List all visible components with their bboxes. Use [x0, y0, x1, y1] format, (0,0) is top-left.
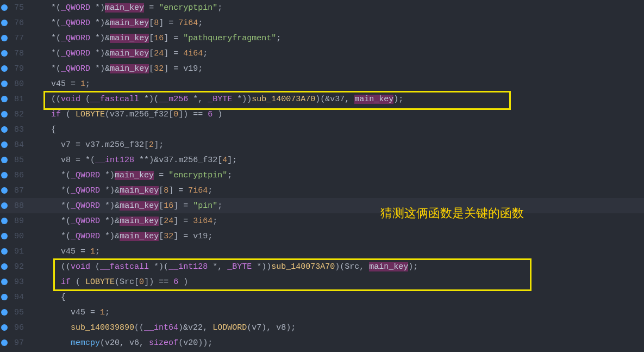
code-line[interactable]: 87 *(_QWORD *)&main_key[8] = 7i64;	[0, 183, 644, 198]
gutter-line-number[interactable]: 81	[0, 95, 32, 104]
gutter-line-number[interactable]: 92	[0, 262, 32, 271]
token-punc: ))	[261, 262, 271, 271]
gutter-line-number[interactable]: 76	[0, 18, 32, 28]
code-line[interactable]: 88 *(_QWORD *)&main_key[16] = "pin";	[0, 198, 644, 213]
code-content[interactable]: sub_140039890((__int64)&v22, LODWORD(v7)…	[32, 323, 296, 332]
breakpoint-icon[interactable]	[1, 111, 8, 118]
code-content[interactable]: *(_QWORD *)&main_key[24] = 3i64;	[32, 217, 217, 226]
code-content[interactable]: *(_QWORD *)main_key = "encryptpin";	[32, 3, 222, 13]
code-editor[interactable]: 75 *(_QWORD *)main_key = "encryptpin";76…	[0, 0, 644, 350]
breakpoint-icon[interactable]	[1, 172, 8, 178]
breakpoint-icon[interactable]	[1, 339, 8, 346]
code-content[interactable]: *(_QWORD *)&main_key[16] = "pin";	[32, 201, 222, 211]
token-punc	[252, 262, 257, 271]
code-line[interactable]: 90 *(_QWORD *)&main_key[32] = v19;	[0, 229, 644, 244]
gutter-line-number[interactable]: 83	[0, 125, 32, 134]
breakpoint-icon[interactable]	[1, 218, 8, 224]
gutter-line-number[interactable]: 93	[0, 277, 32, 287]
breakpoint-icon[interactable]	[1, 141, 8, 148]
code-line[interactable]: 76 *(_QWORD *)&main_key[8] = 7i64;	[0, 15, 644, 30]
code-content[interactable]: ((void (__fastcall *)(__int128 *, _BYTE …	[32, 262, 418, 271]
code-content[interactable]: *(_QWORD *)&main_key[32] = v19;	[32, 64, 203, 73]
breakpoint-icon[interactable]	[1, 157, 8, 163]
code-line[interactable]: 93 if ( LOBYTE(Src[0]) == 6 )	[0, 274, 644, 289]
gutter-line-number[interactable]: 89	[0, 217, 32, 226]
gutter-line-number[interactable]: 94	[0, 293, 32, 302]
code-line[interactable]: 75 *(_QWORD *)main_key = "encryptpin";	[0, 0, 644, 15]
code-line[interactable]: 95 v45 = 1;	[0, 305, 644, 320]
code-line[interactable]: 91 v45 = 1;	[0, 244, 644, 259]
code-line[interactable]: 94 {	[0, 289, 644, 305]
breakpoint-icon[interactable]	[1, 50, 8, 57]
code-line[interactable]: 78 *(_QWORD *)&main_key[24] = 4i64;	[0, 46, 644, 61]
code-line[interactable]: 86 *(_QWORD *)main_key = "encryptpin";	[0, 168, 644, 183]
gutter-line-number[interactable]: 95	[0, 308, 32, 317]
token-hl1: main_key	[110, 18, 149, 28]
token-var: v22	[188, 323, 203, 332]
breakpoint-icon[interactable]	[1, 35, 8, 41]
gutter-line-number[interactable]: 78	[0, 49, 32, 58]
breakpoint-icon[interactable]	[1, 65, 8, 72]
gutter-line-number[interactable]: 80	[0, 79, 32, 89]
breakpoint-icon[interactable]	[1, 294, 8, 300]
code-line[interactable]: 92 ((void (__fastcall *)(__int128 *, _BY…	[0, 259, 644, 274]
code-line[interactable]: 84 v7 = v37.m256_f32[2];	[0, 137, 644, 152]
code-content[interactable]: {	[32, 125, 56, 134]
code-content[interactable]: v45 = 1;	[32, 308, 110, 317]
code-content[interactable]: *(_QWORD *)&main_key[8] = 7i64;	[32, 18, 203, 28]
code-content[interactable]: memcpy(v20, v6, sizeof(v20));	[32, 338, 212, 348]
code-content[interactable]: v7 = v37.m256_f32[2];	[32, 140, 164, 150]
code-line[interactable]: 77 *(_QWORD *)&main_key[16] = "pathquery…	[0, 30, 644, 46]
code-line[interactable]: 85 v8 = *(__int128 **)&v37.m256_f32[4];	[0, 152, 644, 168]
breakpoint-icon[interactable]	[1, 187, 8, 194]
breakpoint-icon[interactable]	[1, 233, 8, 239]
code-content[interactable]: if ( LOBYTE(v37.m256_f32[0]) == 6 )	[32, 110, 222, 119]
token-op: *	[61, 217, 66, 226]
breakpoint-icon[interactable]	[1, 309, 8, 316]
code-content[interactable]: ((void (__fastcall *)(__m256 *, _BYTE *)…	[32, 95, 403, 104]
breakpoint-icon[interactable]	[1, 202, 8, 209]
breakpoint-icon[interactable]	[1, 324, 8, 331]
breakpoint-icon[interactable]	[1, 81, 8, 87]
code-content[interactable]: *(_QWORD *)&main_key[16] = "pathqueryfra…	[32, 34, 281, 43]
code-line[interactable]: 82 if ( LOBYTE(v37.m256_f32[0]) == 6 )	[0, 107, 644, 122]
gutter-line-number[interactable]: 75	[0, 3, 32, 13]
code-content[interactable]: v45 = 1;	[32, 247, 100, 256]
breakpoint-icon[interactable]	[1, 96, 8, 102]
breakpoint-icon[interactable]	[1, 248, 8, 255]
breakpoint-icon[interactable]	[1, 263, 8, 270]
gutter-line-number[interactable]: 85	[0, 156, 32, 165]
gutter-line-number[interactable]: 77	[0, 34, 32, 43]
breakpoint-icon[interactable]	[1, 4, 8, 11]
breakpoint-icon[interactable]	[1, 279, 8, 285]
code-content[interactable]: {	[32, 293, 66, 302]
gutter-line-number[interactable]: 91	[0, 247, 32, 256]
code-content[interactable]: v8 = *(__int128 **)&v37.m256_f32[4];	[32, 156, 237, 165]
code-line[interactable]: 80 v45 = 1;	[0, 76, 644, 91]
gutter-line-number[interactable]: 87	[0, 186, 32, 195]
code-content[interactable]: *(_QWORD *)&main_key[8] = 7i64;	[32, 186, 212, 195]
gutter-line-number[interactable]: 82	[0, 110, 32, 119]
code-content[interactable]: if ( LOBYTE(Src[0]) == 6 )	[32, 277, 188, 287]
breakpoint-icon[interactable]	[1, 126, 8, 133]
token-punc: ((	[61, 262, 71, 271]
gutter-line-number[interactable]: 84	[0, 140, 32, 150]
gutter-line-number[interactable]: 96	[0, 323, 32, 332]
code-content[interactable]: *(_QWORD *)&main_key[24] = 4i64;	[32, 49, 208, 58]
code-content[interactable]: *(_QWORD *)main_key = "encryptpin";	[32, 171, 232, 180]
code-line[interactable]: 96 sub_140039890((__int64)&v22, LODWORD(…	[0, 320, 644, 335]
breakpoint-icon[interactable]	[1, 20, 8, 26]
gutter-line-number[interactable]: 86	[0, 171, 32, 180]
code-line[interactable]: 97 memcpy(v20, v6, sizeof(v20));	[0, 335, 644, 350]
code-line[interactable]: 83 {	[0, 122, 644, 137]
code-line[interactable]: 81 ((void (__fastcall *)(__m256 *, _BYTE…	[0, 91, 644, 107]
gutter-line-number[interactable]: 79	[0, 64, 32, 73]
gutter-line-number[interactable]: 88	[0, 201, 32, 211]
code-content[interactable]: v45 = 1;	[32, 79, 90, 89]
gutter-line-number[interactable]: 97	[0, 338, 32, 348]
code-line[interactable]: 79 *(_QWORD *)&main_key[32] = v19;	[0, 61, 644, 76]
gutter-line-number[interactable]: 90	[0, 232, 32, 241]
code-line[interactable]: 89 *(_QWORD *)&main_key[24] = 3i64;	[0, 213, 644, 229]
token-punc: )	[110, 232, 115, 241]
code-content[interactable]: *(_QWORD *)&main_key[32] = v19;	[32, 232, 212, 241]
